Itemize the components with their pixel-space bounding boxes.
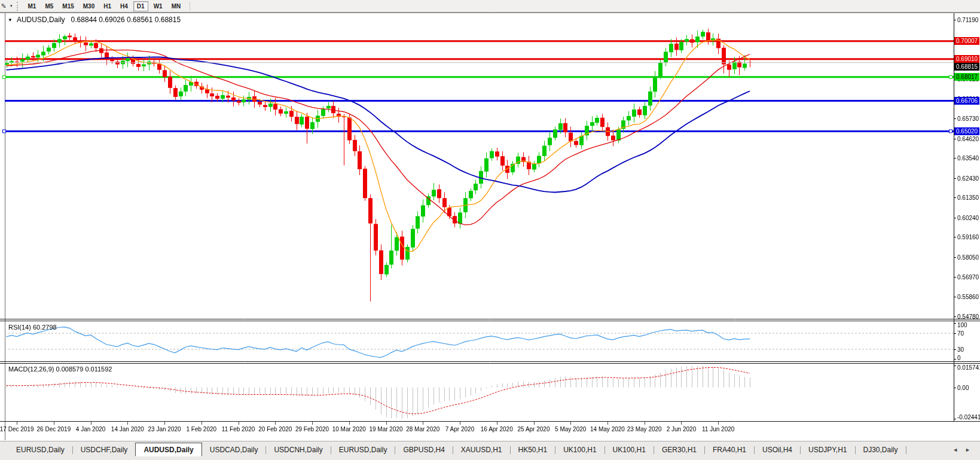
date-label: 29 Feb 2020 [295,426,329,432]
price-tick-label: 0.60240 [957,214,979,221]
date-label: 28 Mar 2020 [406,426,439,432]
chart-tab-gbpusd-h4[interactable]: GBPUSD,H4 [395,443,452,456]
date-label: 16 Apr 2020 [481,426,513,432]
price-tick-label: 0.59160 [957,234,979,240]
rsi-level-label: 30 [957,346,964,352]
macd-zero-label: 0.00 [957,384,969,391]
price-tick-label: 0.71190 [957,17,978,23]
date-label: 10 Mar 2020 [332,426,366,432]
timeframe-button-h1[interactable]: H1 [100,1,115,11]
price-badge-0.68815: 0.68815 [954,63,979,71]
chart-tab-hk50-h1[interactable]: HK50,H1 [511,443,555,456]
price-badge-0.66706: 0.66706 [954,97,979,105]
date-label: 2 Jun 2020 [667,426,697,432]
timeframe-group: M1M5M15M30H1H4D1W1MN [25,0,187,12]
draw-tool-dropdown-icon[interactable]: ▾ [10,4,13,8]
timeframe-button-d1[interactable]: D1 [133,1,148,11]
chart-tab-usoil-h4[interactable]: USOil,H4 [755,443,800,456]
rsi-level-label: 0 [957,355,961,361]
date-label: 26 Dec 2019 [37,426,71,432]
tab-scroll-left-icon[interactable]: ◄ [952,447,958,453]
date-label: 25 Apr 2020 [518,426,550,432]
toolbar: ✎ ▾ M1M5M15M30H1H4D1W1MN [0,0,980,13]
date-label: 14 Jan 2020 [111,426,144,432]
timeframe-button-m30[interactable]: M30 [80,1,98,11]
price-tick-label: 0.56970 [957,273,979,280]
price-tick-label: 0.55860 [957,294,979,300]
date-label: 7 Apr 2020 [445,426,474,432]
rsi-level-label: 100 [957,322,967,328]
chart-symbol-period: AUDUSD,Daily [17,16,65,24]
chart-tab-eurusd-daily[interactable]: EURUSD,Daily [331,443,395,456]
toolbar-separator [190,2,190,11]
chart-tab-xauusd-h1[interactable]: XAUUSD,H1 [453,443,510,456]
price-tick-label: 0.61350 [957,194,979,201]
price-tick-label: 0.54780 [957,313,979,319]
chart-tab-usdcnh-daily[interactable]: USDCNH,Daily [266,443,330,456]
date-label: 19 Mar 2020 [369,426,402,432]
date-label: 5 May 2020 [555,426,586,432]
chart-ohlc-values: 0.68844 0.69026 0.68561 0.68815 [71,16,181,24]
price-badge-0.65020: 0.65020 [954,127,979,135]
chart-menu-icon[interactable]: ▼ [8,17,13,23]
price-tick-label: 0.65730 [957,115,979,121]
macd-max-label: 0.015741 [957,364,980,371]
timeframe-button-m15[interactable]: M15 [59,1,77,11]
chart-tab-fra40-h1[interactable]: FRA40,H1 [705,443,754,456]
main-chart-surface[interactable] [5,13,954,319]
chart-tab-eurusd-daily[interactable]: EURUSD,Daily [8,443,72,456]
toolbar-grip[interactable] [17,2,20,11]
price-tick-label: 0.58050 [957,254,979,261]
chart-tab-uk100-h1[interactable]: UK100,H1 [555,443,604,456]
timeframe-button-m5[interactable]: M5 [41,1,57,11]
tab-bar: EURUSD,DailyUSDCHF,DailyAUDUSD,DailyUSDC… [0,441,980,460]
chart-tab-ger30-h1[interactable]: GER30,H1 [654,443,704,456]
macd-min-label: -0.024412 [957,414,980,421]
chart-tab-uk100-h1[interactable]: UK100,H1 [605,443,654,456]
price-badge-0.70007: 0.70007 [954,37,979,45]
price-tick-label: 0.62430 [957,175,979,181]
date-label: 20 Feb 2020 [258,426,292,432]
draw-tool-icon[interactable]: ✎ [0,1,10,11]
date-label: 17 Dec 2019 [0,426,33,432]
price-badge-0.68017: 0.68017 [954,73,979,81]
chart-tab-usdcad-daily[interactable]: USDCAD,Daily [202,443,266,456]
chart-tab-usdjpy-h1[interactable]: USDJPY,H1 [801,443,854,456]
date-label: 14 May 2020 [590,426,625,432]
rsi-panel-surface[interactable] [5,321,954,361]
chart-tab-audusd-daily[interactable]: AUDUSD,Daily [135,443,202,456]
timeframe-button-m1[interactable]: M1 [25,1,40,11]
timeframe-button-w1[interactable]: W1 [150,1,166,11]
date-label: 1 Feb 2020 [187,426,217,432]
chart-tab-dj30-daily[interactable]: DJ30,Daily [856,443,906,456]
date-label: 23 May 2020 [627,426,662,432]
date-label: 11 Jun 2020 [702,426,734,432]
price-badge-0.69010: 0.69010 [954,55,979,63]
tab-scroll-right-icon[interactable]: ► [965,447,970,453]
date-label: 23 Jan 2020 [148,426,181,432]
tab-separator [906,446,906,454]
chart-title: ▼AUDUSD,Daily0.68844 0.69026 0.68561 0.6… [8,16,181,24]
macd-panel-surface[interactable] [5,363,954,421]
chart-tab-usdchf-daily[interactable]: USDCHF,Daily [73,443,136,456]
date-label: 4 Jan 2020 [76,426,106,432]
rsi-level-label: 70 [957,330,964,337]
price-tick-label: 0.64620 [957,135,979,142]
macd-indicator-label: MACD(12,26,9) 0.008579 0.011592 [8,365,112,373]
timeframe-button-h4[interactable]: H4 [117,1,132,11]
rsi-indicator-label: RSI(14) 60.2798 [8,324,57,331]
price-tick-label: 0.63540 [957,155,979,162]
date-label: 11 Feb 2020 [222,426,255,432]
timeframe-button-mn[interactable]: MN [168,1,185,11]
